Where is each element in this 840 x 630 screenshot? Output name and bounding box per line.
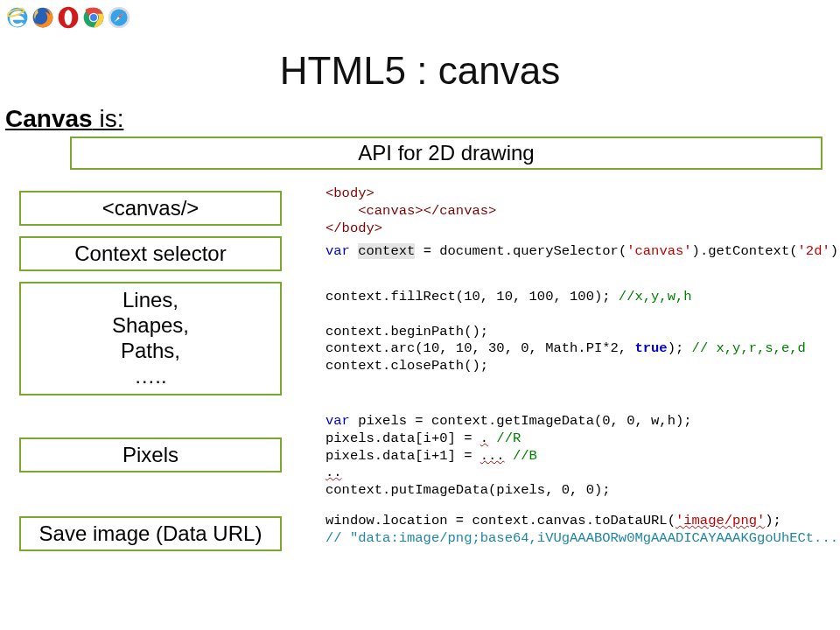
api-box: API for 2D drawing	[70, 136, 822, 170]
subheading-rest: is:	[93, 105, 124, 132]
slide: HTML5 : canvas Canvas is: API for 2D dra…	[0, 0, 840, 630]
chrome-icon	[81, 5, 106, 30]
safari-icon	[107, 5, 131, 30]
feature-canvas-tag: <canvas/>	[19, 191, 282, 226]
subheading-bold: Canvas	[5, 105, 93, 132]
feature-context-selector: Context selector	[19, 236, 282, 271]
svg-point-7	[90, 14, 97, 21]
svg-point-4	[65, 10, 73, 25]
slide-title: HTML5 : canvas	[0, 49, 840, 93]
ie-icon	[5, 5, 30, 30]
code-pixels: var pixels = context.getImageData(0, 0, …	[326, 413, 692, 500]
opera-icon	[56, 5, 80, 30]
code-context-selector: var context = document.querySelector('ca…	[326, 243, 840, 261]
code-shapes: context.fillRect(10, 10, 100, 100); //x,…	[326, 289, 806, 375]
code-body-canvas: <body> <canvas></canvas> </body>	[326, 186, 496, 237]
feature-primitives-l3: Paths,	[121, 339, 180, 364]
browser-icons-row	[5, 5, 131, 30]
code-save-image: window.location = context.canvas.toDataU…	[326, 513, 840, 548]
feature-primitives-l1: Lines,	[122, 288, 178, 313]
feature-save-image: Save image (Data URL)	[19, 516, 282, 551]
firefox-icon	[31, 5, 55, 30]
feature-primitives-l4: …..	[134, 364, 166, 389]
feature-primitives: Lines, Shapes, Paths, …..	[19, 282, 282, 396]
feature-primitives-l2: Shapes,	[112, 313, 189, 339]
subheading: Canvas is:	[5, 105, 123, 133]
feature-pixels: Pixels	[19, 438, 282, 472]
